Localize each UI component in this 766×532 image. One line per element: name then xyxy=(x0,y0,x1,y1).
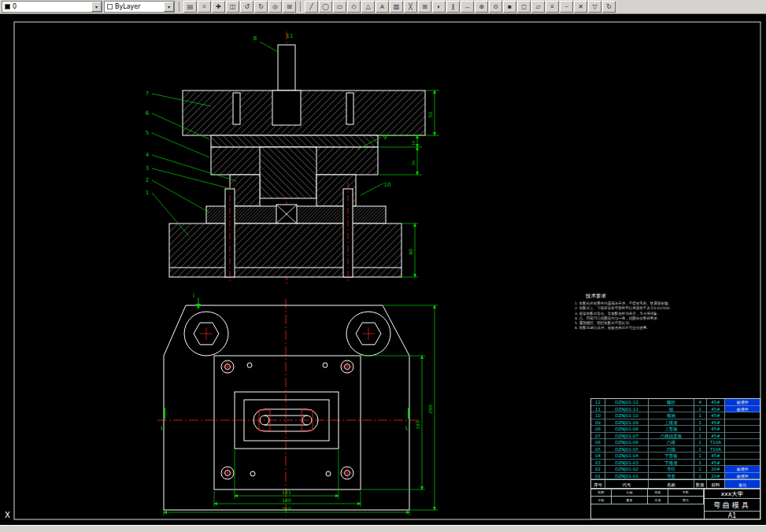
toolbar-icon[interactable]: ✚ xyxy=(212,1,225,13)
cut-label: L xyxy=(161,425,164,431)
toolbar-icon[interactable]: ◫ xyxy=(226,1,239,13)
base-plate-outline xyxy=(164,305,409,510)
bom-code: DZNJ01-06 xyxy=(605,439,649,446)
bom-table: 12 DZNJ01-12 螺栓 4 45# 标准件 11 DZNJ01-11 销… xyxy=(590,398,760,490)
toolbar-icon[interactable]: ╱ xyxy=(305,1,318,13)
bom-name: 模柄 xyxy=(649,412,694,419)
bom-name: 导柱 xyxy=(649,466,694,473)
bom-material: 45# xyxy=(707,460,726,467)
guide-bushing-left xyxy=(184,312,228,356)
toolbar-icon[interactable]: ╳ xyxy=(404,1,417,13)
toolbar-icon[interactable]: A xyxy=(376,1,389,13)
bom-name: 凹模 xyxy=(649,446,694,453)
bom-material: 45# xyxy=(707,399,726,406)
current-color-swatch xyxy=(107,4,113,9)
bom-code: DZNJ01-02 xyxy=(605,466,649,473)
bom-qty: 1 xyxy=(694,453,707,460)
table-row: 11 DZNJ01-11 销 2 45# 标准件 xyxy=(591,406,760,413)
toolbar-icon[interactable]: △ xyxy=(361,1,375,13)
bom-name: 上模座 xyxy=(649,419,694,427)
bom-note: 标准件 xyxy=(725,473,760,480)
dimension-label: 34 xyxy=(411,161,416,165)
toolbar-icon[interactable]: ◯ xyxy=(319,1,332,13)
bom-qty: 2 xyxy=(694,466,707,473)
bom-material: T10A xyxy=(707,446,726,453)
bom-code: DZNJ01-04 xyxy=(605,453,649,460)
title-block-cell: 校核 xyxy=(648,489,668,497)
toolbar-icon[interactable]: ◇ xyxy=(347,1,361,13)
bom-code: DZNJ01-05 xyxy=(605,446,649,453)
bolt-hole xyxy=(346,93,353,124)
bolt-hole xyxy=(233,93,240,124)
toolbar-icon[interactable]: ◐ xyxy=(432,1,446,13)
bom-note: 标准件 xyxy=(725,406,760,413)
toolbar-icon[interactable]: ◎ xyxy=(268,1,282,13)
bom-material: 45# xyxy=(707,426,726,433)
toolbar-icon[interactable]: ⊕ xyxy=(475,1,488,13)
title-block-cell: 件数 xyxy=(668,489,704,497)
toolbar-icon[interactable]: ↺ xyxy=(240,1,253,13)
table-row: 07 DZNJ01-07 凸模固定板 1 45# xyxy=(591,433,760,440)
toolbar-icon[interactable]: ↔ xyxy=(461,1,474,13)
plan-view: 290 195 131 180 250 L L I xyxy=(157,293,438,516)
bom-qty: 1 xyxy=(694,433,707,440)
toolbar-icon[interactable]: ◻ xyxy=(517,1,531,13)
balloon-label: 5 xyxy=(146,130,149,136)
bom-qty: 1 xyxy=(694,419,707,427)
notes-lines: 1. 装配前所有零件均需清洗干净，不得有毛刺、铁屑等杂物。 2. 装配后上、下模… xyxy=(575,301,701,331)
university-name: xxx大学 xyxy=(705,489,760,499)
guide-bushing-right xyxy=(346,312,390,356)
bom-qty: 1 xyxy=(694,426,707,433)
shank-hole xyxy=(272,91,301,125)
bom-code: DZNJ01-03 xyxy=(605,460,649,467)
bom-seq: 11 xyxy=(591,406,605,413)
bom-material: 20# xyxy=(707,473,726,480)
toolbar-icon[interactable]: ⌗ xyxy=(198,1,211,13)
bom-qty: 1 xyxy=(694,460,707,467)
lower-die-seat xyxy=(169,224,402,277)
toolbar: 0 ▾ ByLayer ▾ ▤ ⌗ ✚ ◫ ↺ ↻ ◎ ⊞ ╱ ◯ xyxy=(0,0,766,14)
toolbar-icon[interactable]: ⊞ xyxy=(283,1,296,13)
toolbar-icon[interactable]: ▭ xyxy=(333,1,346,13)
table-row: 08 DZNJ01-08 上垫板 1 45# xyxy=(591,426,760,433)
dimension-label: 180 xyxy=(282,497,291,503)
toolbar-icon[interactable]: ▽ xyxy=(588,1,601,13)
bom-code: DZNJ01-08 xyxy=(605,426,649,433)
layer-color-swatch xyxy=(5,4,10,9)
plan-dim-lines xyxy=(164,305,438,515)
toolbar-icon[interactable]: ~ xyxy=(560,1,573,13)
bom-material: 20# xyxy=(707,466,726,473)
toolbar-icon[interactable]: ▱ xyxy=(531,1,545,13)
upper-die-seat xyxy=(183,91,425,135)
toolbar-icon[interactable]: ▤ xyxy=(183,1,197,13)
color-combo-value: ByLayer xyxy=(115,3,141,10)
status-bar[interactable] xyxy=(0,525,766,532)
notes-title: 技术要求 xyxy=(586,293,701,300)
toolbar-icon[interactable]: ≡ xyxy=(546,1,559,13)
toolbar-icon[interactable]: ∥ xyxy=(446,1,460,13)
chevron-down-icon[interactable]: ▾ xyxy=(91,2,102,12)
hole-centermarks xyxy=(221,360,353,479)
toolbar-icon[interactable]: ■ xyxy=(503,1,516,13)
bom-qty: 1 xyxy=(694,439,707,446)
color-combo[interactable]: ByLayer ▾ xyxy=(104,1,175,13)
title-block-cell: 比例 xyxy=(612,489,648,497)
dimension-label: 195 xyxy=(415,420,420,430)
layer-combo[interactable]: 0 ▾ xyxy=(2,1,102,13)
toolbar-icon[interactable]: ⊙ xyxy=(489,1,502,13)
toolbar-icon[interactable]: ↻ xyxy=(602,1,616,13)
bom-qty: 1 xyxy=(694,446,707,453)
bom-note xyxy=(725,453,760,460)
toolbar-icon[interactable]: ▨ xyxy=(390,1,403,13)
toolbar-icon[interactable]: ⊞ xyxy=(418,1,431,13)
bom-note xyxy=(725,419,760,427)
bom-name: 上垫板 xyxy=(649,426,694,433)
ucs-icon: X xyxy=(5,511,10,519)
toolbar-icon[interactable]: ✕ xyxy=(574,1,587,13)
title-block-cell: 批准 xyxy=(648,497,668,504)
bom-note: 标准件 xyxy=(725,399,760,406)
chevron-down-icon[interactable]: ▾ xyxy=(164,2,174,12)
bom-code: DZNJ01-01 xyxy=(605,473,649,480)
toolbar-icon[interactable]: ↻ xyxy=(254,1,268,13)
upper-backing-plate xyxy=(211,135,378,147)
